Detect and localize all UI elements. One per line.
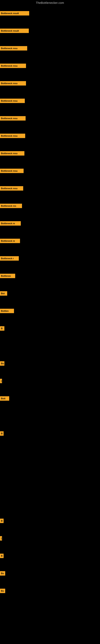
bar-row: Bottleneck resu bbox=[0, 134, 25, 138]
bar-row: Bot bbox=[0, 291, 7, 296]
bar-row: Bottleneck resu bbox=[0, 81, 26, 86]
bar-row: Bottleneck result bbox=[0, 28, 29, 33]
bottleneck-result-bar: Bottleneck resu bbox=[0, 116, 26, 120]
bottleneck-result-bar: Bottleneck resu bbox=[0, 64, 26, 68]
bar-row: B bbox=[0, 431, 3, 436]
bottleneck-result-bar: Bottleneck re bbox=[0, 239, 20, 243]
bottleneck-result-bar: B bbox=[0, 431, 3, 436]
bottleneck-result-bar: B bbox=[0, 554, 3, 558]
bottleneck-result-bar: Bottleneck resu bbox=[0, 134, 25, 138]
bar-row: Bottleneck re bbox=[0, 239, 20, 243]
bottleneck-result-bar: Bottleneck resu bbox=[0, 151, 24, 156]
bottleneck-result-bar: | bbox=[0, 536, 2, 540]
bottleneck-result-bar: Bottleneck resu bbox=[0, 186, 23, 190]
bar-row: Bottlen bbox=[0, 309, 14, 313]
bottleneck-result-bar: Bottlenec bbox=[0, 274, 15, 278]
bottleneck-result-bar: Bottleneck resu bbox=[0, 81, 26, 86]
site-title: TheBottlenecker.com bbox=[0, 0, 100, 5]
bottleneck-result-bar: Bottleneck resu bbox=[0, 46, 27, 50]
bottleneck-result-bar: Bottleneck r bbox=[0, 256, 19, 260]
bottleneck-result-bar: Bo bbox=[0, 589, 5, 593]
bottleneck-result-bar: | bbox=[0, 379, 2, 383]
bottleneck-result-bar: Bottleneck res bbox=[0, 204, 22, 208]
bar-row: | bbox=[0, 379, 2, 383]
bar-row: Bott bbox=[0, 396, 9, 401]
bar-row: Bottleneck re bbox=[0, 221, 21, 226]
bottleneck-result-bar: Bott bbox=[0, 396, 9, 401]
bottleneck-result-bar: Bottlen bbox=[0, 309, 14, 313]
bottleneck-result-bar: Bottleneck resu bbox=[0, 98, 25, 103]
bar-row: Bottleneck resu bbox=[0, 46, 27, 50]
bar-row: Bottleneck r bbox=[0, 256, 19, 260]
bar-row: | bbox=[0, 536, 2, 540]
bar-row: Bottleneck res bbox=[0, 204, 22, 208]
bottleneck-result-bar: Bo bbox=[0, 571, 5, 576]
bar-row: B bbox=[0, 518, 3, 523]
bar-row: Bottlenec bbox=[0, 274, 15, 278]
bottleneck-result-bar: Bottleneck re bbox=[0, 221, 21, 226]
bottleneck-result-bar: Bottleneck result bbox=[0, 28, 29, 33]
bar-row: Bottleneck resu bbox=[0, 64, 26, 68]
bar-row: Bottleneck resu bbox=[0, 186, 23, 190]
bar-row: Bo bbox=[0, 589, 5, 593]
bar-row: Bottleneck resu bbox=[0, 151, 24, 156]
bottleneck-result-bar: Bottleneck result bbox=[0, 11, 29, 16]
bar-row: B bbox=[0, 554, 3, 558]
bottleneck-result-bar: Bottleneck resu bbox=[0, 169, 24, 173]
bar-row: Bottleneck resu bbox=[0, 169, 24, 173]
bar-row: Bo bbox=[0, 571, 5, 576]
bar-row: Bottleneck resu bbox=[0, 116, 26, 120]
bar-row: Bottleneck result bbox=[0, 11, 29, 16]
bar-row: B bbox=[0, 326, 4, 331]
bar-row: Bo bbox=[0, 361, 4, 366]
bottleneck-result-bar: B bbox=[0, 326, 4, 331]
bottleneck-result-bar: Bo bbox=[0, 361, 4, 366]
bottleneck-result-bar: Bot bbox=[0, 291, 7, 296]
bottleneck-result-bar: B bbox=[0, 518, 3, 523]
bar-row: Bottleneck resu bbox=[0, 98, 25, 103]
